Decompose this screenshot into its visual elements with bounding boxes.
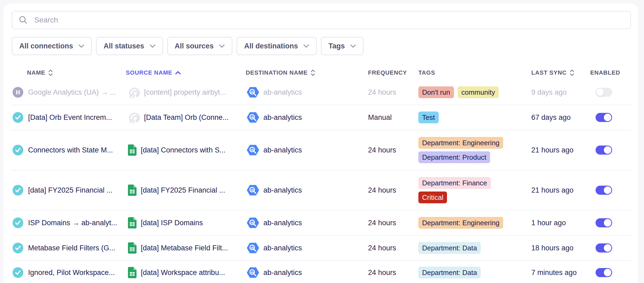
source-name: [data] Connectors with S... [141,146,226,154]
connection-row[interactable]: ISP Domains → ab-analyt...[data] ISP Dom… [12,210,631,235]
column-header-source-name[interactable]: SOURCE NAME [126,69,246,76]
chevron-down-icon [150,44,156,48]
tag-chip: Don't run [418,86,454,98]
tag-list: Department: FinanceCritical [418,177,491,203]
bigquery-icon [247,111,259,124]
google-sheets-icon [128,242,137,254]
column-label: DESTINATION NAME [246,69,308,76]
filter-label: All sources [175,42,214,50]
connections-panel: All connectionsAll statusesAll sourcesAl… [3,3,638,283]
enabled-toggle[interactable] [596,243,612,253]
bigquery-icon [247,217,259,229]
column-label: NAME [27,69,45,76]
filter-all-destinations[interactable]: All destinations [237,37,317,55]
enabled-toggle[interactable] [596,268,612,277]
enabled-toggle[interactable] [596,88,612,97]
connection-name: Connectors with State M... [28,146,113,154]
bigquery-icon [247,144,259,156]
destination-name: ab-analytics [263,113,302,122]
airbyte-source-icon [128,112,140,123]
tag-chip: Department: Engineering [418,137,503,149]
enabled-toggle[interactable] [596,146,612,155]
paused-status-icon [13,87,23,98]
frequency: 24 hours [368,219,396,227]
source-name: [data] Metabase Field Filt... [141,244,228,252]
connection-name: [Data] Orb Event Increm... [28,113,112,122]
last-sync: 21 hours ago [531,186,574,194]
tag-chip: Test [418,112,439,123]
connection-row[interactable]: Google Analytics (UA) → ...[content] pro… [12,80,631,105]
tag-list: Department: Engineering [418,217,503,229]
sort-icon [48,69,53,77]
search-icon [19,16,34,25]
connection-row[interactable]: Metabase Field Filters (G...[data] Metab… [12,235,631,260]
google-sheets-icon [128,144,137,156]
tag-chip: Department: Data [418,267,481,278]
enabled-status-icon [13,267,23,278]
sort-ascending-icon [175,71,181,75]
search-input[interactable] [34,16,624,25]
tag-list: Department: Data [418,242,481,254]
frequency: 24 hours [368,88,396,97]
airbyte-source-icon [128,86,140,98]
enabled-toggle[interactable] [596,113,612,122]
connection-row[interactable]: Connectors with State M...[data] Connect… [12,130,631,170]
bigquery-icon [247,86,259,98]
tag-chip: community [458,86,499,98]
last-sync: 9 days ago [531,88,567,97]
google-sheets-icon [128,185,137,196]
last-sync: 18 hours ago [531,244,574,252]
frequency: 24 hours [368,269,396,277]
chevron-down-icon [350,44,356,48]
source-name: [content] property airbyt... [144,88,226,97]
enabled-status-icon [13,145,23,155]
table-header-row: NAMESOURCE NAMEDESTINATION NAMEFREQUENCY… [12,66,631,80]
tag-chip: Department: Finance [418,177,491,189]
bigquery-icon [247,184,259,196]
toggle-knob [604,244,611,252]
chevron-down-icon [78,44,84,48]
tag-chip: Department: Product [418,151,490,163]
toggle-knob [604,146,611,154]
filter-tags[interactable]: Tags [321,37,363,55]
enabled-status-icon [13,185,23,196]
tag-list: Department: EngineeringDepartment: Produ… [418,137,503,163]
tag-chip: Department: Engineering [418,217,503,229]
toggle-knob [604,114,611,121]
chevron-down-icon [303,44,309,48]
source-name: [data] Workspace attribu... [141,269,225,277]
column-header-last-sync[interactable]: LAST SYNC [531,69,590,77]
tag-chip: Department: Data [418,242,481,254]
frequency: 24 hours [368,146,396,154]
enabled-toggle[interactable] [596,218,612,227]
connection-row[interactable]: [data] FY2025 Financial ...[data] FY2025… [12,170,631,210]
search-bar [12,11,631,29]
filter-all-sources[interactable]: All sources [167,37,233,55]
filter-all-statuses[interactable]: All statuses [96,37,163,55]
source-name: [Data Team] Orb (Conne... [144,113,229,122]
sort-icon [569,69,575,77]
column-header-destination-name[interactable]: DESTINATION NAME [246,69,368,77]
column-label: SOURCE NAME [126,69,172,76]
filter-all-connections[interactable]: All connections [12,37,92,55]
connection-row[interactable]: [Data] Orb Event Increm...[Data Team] Or… [12,105,631,130]
column-header-tags: TAGS [418,69,531,76]
column-label: FREQUENCY [368,69,407,76]
bigquery-icon [247,242,259,254]
column-header-name[interactable]: NAME [12,69,126,77]
connection-row[interactable]: Ignored, Pilot Workspace...[data] Worksp… [12,260,631,283]
connection-name: Metabase Field Filters (G... [28,244,115,252]
google-sheets-icon [128,217,137,228]
google-sheets-icon [128,267,137,278]
column-label: TAGS [418,69,435,76]
source-name: [data] ISP Domains [141,219,203,227]
column-label: ENABLED [590,69,620,76]
frequency: 24 hours [368,244,396,252]
filter-label: All connections [19,42,73,50]
filter-bar: All connectionsAll statusesAll sourcesAl… [12,37,631,55]
tag-list: Test [418,112,439,123]
toggle-knob [604,269,611,276]
enabled-status-icon [13,243,23,253]
enabled-status-icon [13,217,23,228]
enabled-toggle[interactable] [596,186,612,195]
